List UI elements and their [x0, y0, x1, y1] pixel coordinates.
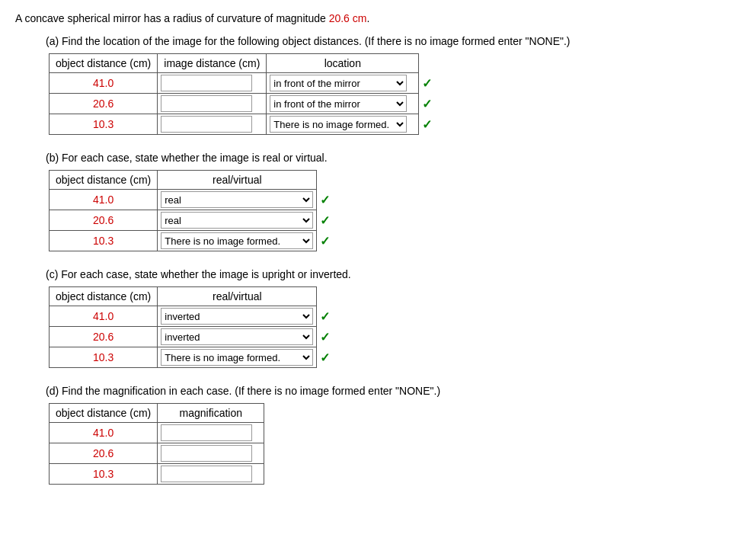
image-distance-cell [158, 94, 267, 114]
table-row: 10.3 [50, 464, 264, 485]
part-c-label: (c) For each case, state whether the ima… [46, 268, 733, 280]
check-cell[interactable]: ✓ [419, 94, 436, 114]
image-distance-input[interactable] [161, 95, 252, 112]
check-cell[interactable]: ✓ [317, 231, 334, 251]
part-d-section: (d) Find the magnification in each case.… [46, 385, 733, 485]
part-d-table: object distance (cm) magnification 41.02… [49, 403, 264, 485]
image-distance-input[interactable] [161, 116, 252, 133]
part-d-col2: magnification [158, 404, 264, 423]
real-virtual-cell: realvirtualThere is no image formed. [158, 190, 317, 210]
check-cell[interactable]: ✓ [317, 306, 334, 327]
part-d-label: (d) Find the magnification in each case.… [46, 385, 733, 397]
location-select[interactable]: in front of the mirrorbehind the mirrorT… [270, 75, 407, 91]
check-icon: ✓ [320, 351, 330, 364]
obj-distance-cell: 20.6 [50, 327, 158, 347]
real-virtual-select[interactable]: realvirtualThere is no image formed. [161, 232, 313, 249]
part-a-col1: object distance (cm) [50, 54, 158, 73]
table-row: 10.3realvirtualThere is no image formed.… [50, 231, 334, 251]
table-row: 10.3uprightinvertedThere is no image for… [50, 347, 334, 368]
image-distance-cell [158, 114, 267, 135]
check-cell[interactable]: ✓ [317, 327, 334, 347]
table-row: 41.0 [50, 423, 264, 443]
real-virtual-cell: realvirtualThere is no image formed. [158, 210, 317, 231]
upright-inverted-cell: uprightinvertedThere is no image formed. [158, 347, 317, 368]
part-a-section: (a) Find the location of the image for t… [46, 35, 733, 135]
obj-distance-cell: 20.6 [50, 94, 158, 114]
obj-distance-cell: 20.6 [50, 443, 158, 464]
obj-distance-cell: 41.0 [50, 306, 158, 327]
part-b-label: (b) For each case, state whether the ima… [46, 152, 733, 164]
image-distance-cell [158, 73, 267, 94]
obj-distance-cell: 10.3 [50, 114, 158, 135]
intro-before: A concave spherical mirror has a radius … [15, 12, 329, 24]
location-cell: in front of the mirrorbehind the mirrorT… [267, 94, 419, 114]
check-icon: ✓ [320, 310, 330, 323]
check-cell[interactable]: ✓ [419, 73, 436, 94]
real-virtual-cell: realvirtualThere is no image formed. [158, 231, 317, 251]
intro-radius: 20.6 cm [329, 12, 367, 24]
part-c-col2: real/virtual [158, 287, 317, 306]
table-row: 41.0uprightinvertedThere is no image for… [50, 306, 334, 327]
part-b-col1: object distance (cm) [50, 171, 158, 190]
check-icon: ✓ [320, 194, 330, 206]
location-cell: in front of the mirrorbehind the mirrorT… [267, 73, 419, 94]
magnification-cell [158, 443, 264, 464]
real-virtual-select[interactable]: realvirtualThere is no image formed. [161, 212, 313, 229]
part-b-table: object distance (cm) real/virtual 41.0re… [49, 170, 334, 251]
table-row: 41.0realvirtualThere is no image formed.… [50, 190, 334, 210]
table-row: 10.3in front of the mirrorbehind the mir… [50, 114, 436, 135]
check-icon: ✓ [422, 77, 432, 90]
part-c-col1: object distance (cm) [50, 287, 158, 306]
magnification-cell [158, 423, 264, 443]
check-icon: ✓ [320, 214, 330, 227]
intro-text: A concave spherical mirror has a radius … [15, 12, 733, 24]
magnification-input[interactable] [161, 424, 252, 441]
obj-distance-cell: 20.6 [50, 210, 158, 231]
obj-distance-cell: 10.3 [50, 464, 158, 485]
check-cell[interactable]: ✓ [419, 114, 436, 135]
check-icon: ✓ [422, 118, 432, 131]
check-icon: ✓ [320, 331, 330, 344]
part-b-section: (b) For each case, state whether the ima… [46, 152, 733, 251]
part-c-table: object distance (cm) real/virtual 41.0up… [49, 286, 334, 368]
real-virtual-select[interactable]: realvirtualThere is no image formed. [161, 191, 313, 208]
obj-distance-cell: 10.3 [50, 347, 158, 368]
magnification-input[interactable] [161, 445, 252, 462]
part-d-col1: object distance (cm) [50, 404, 158, 423]
obj-distance-cell: 41.0 [50, 423, 158, 443]
location-cell: in front of the mirrorbehind the mirrorT… [267, 114, 419, 135]
check-cell[interactable]: ✓ [317, 190, 334, 210]
obj-distance-cell: 41.0 [50, 190, 158, 210]
upright-inverted-cell: uprightinvertedThere is no image formed. [158, 327, 317, 347]
check-cell[interactable]: ✓ [317, 347, 334, 368]
part-b-col2: real/virtual [158, 171, 317, 190]
check-icon: ✓ [320, 235, 330, 248]
image-distance-input[interactable] [161, 75, 252, 91]
intro-after: . [366, 12, 369, 24]
table-row: 20.6in front of the mirrorbehind the mir… [50, 94, 436, 114]
part-a-table: object distance (cm) image distance (cm)… [49, 53, 436, 135]
obj-distance-cell: 10.3 [50, 231, 158, 251]
part-a-label: (a) Find the location of the image for t… [46, 35, 733, 47]
table-row: 20.6 [50, 443, 264, 464]
table-row: 20.6uprightinvertedThere is no image for… [50, 327, 334, 347]
upright-inverted-select[interactable]: uprightinvertedThere is no image formed. [161, 328, 313, 345]
check-cell[interactable]: ✓ [317, 210, 334, 231]
table-row: 41.0in front of the mirrorbehind the mir… [50, 73, 436, 94]
part-a-col2: image distance (cm) [158, 54, 267, 73]
part-a-col3: location [267, 54, 419, 73]
upright-inverted-select[interactable]: uprightinvertedThere is no image formed. [161, 308, 313, 325]
magnification-cell [158, 464, 264, 485]
magnification-input[interactable] [161, 466, 252, 482]
part-c-section: (c) For each case, state whether the ima… [46, 268, 733, 368]
location-select[interactable]: in front of the mirrorbehind the mirrorT… [270, 95, 407, 112]
upright-inverted-select[interactable]: uprightinvertedThere is no image formed. [161, 349, 313, 366]
table-row: 20.6realvirtualThere is no image formed.… [50, 210, 334, 231]
obj-distance-cell: 41.0 [50, 73, 158, 94]
upright-inverted-cell: uprightinvertedThere is no image formed. [158, 306, 317, 327]
location-select[interactable]: in front of the mirrorbehind the mirrorT… [270, 116, 407, 133]
check-icon: ✓ [422, 98, 432, 110]
